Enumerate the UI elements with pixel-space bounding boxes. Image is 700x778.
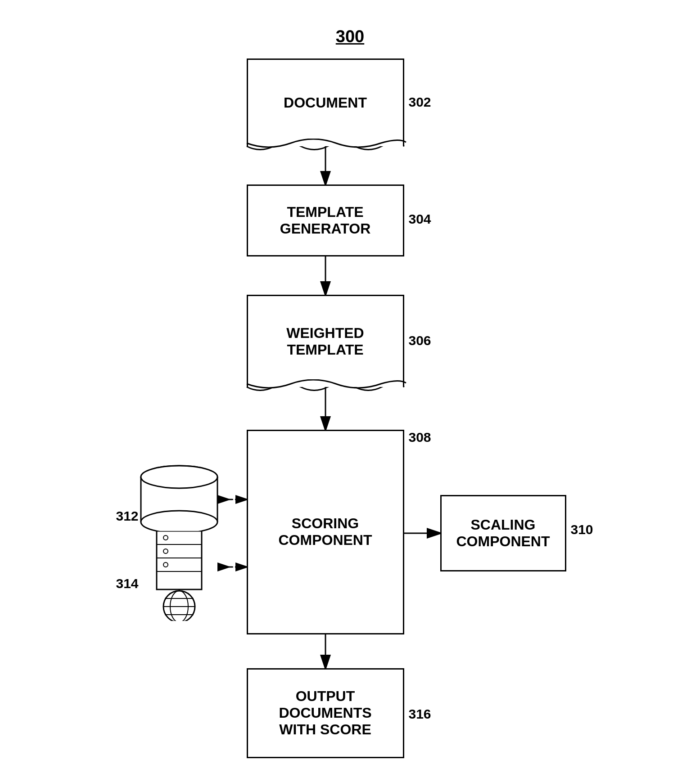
database-ref: 312 <box>116 508 139 524</box>
document-ref: 302 <box>409 94 431 110</box>
output-documents-box: OUTPUTDOCUMENTSWITH SCORE <box>247 668 404 758</box>
svg-rect-17 <box>157 531 202 589</box>
weighted-template-box: WEIGHTEDTEMPLATE <box>247 295 404 387</box>
weighted-template-label: WEIGHTEDTEMPLATE <box>286 325 364 358</box>
svg-point-15 <box>141 511 217 533</box>
scaling-component-box: SCALINGCOMPONENT <box>440 495 566 571</box>
database-icon <box>139 463 220 535</box>
document-box: DOCUMENT <box>247 58 404 146</box>
template-generator-ref: 304 <box>409 211 431 227</box>
scaling-component-ref: 310 <box>571 522 593 537</box>
document-label: DOCUMENT <box>284 94 367 111</box>
diagram-title: 300 <box>336 27 364 46</box>
svg-point-16 <box>141 466 217 488</box>
server-ref: 314 <box>116 576 139 591</box>
scoring-component-label: SCORINGCOMPONENT <box>279 515 372 549</box>
diagram: 300 DOCUMENT <box>80 18 620 760</box>
output-documents-ref: 316 <box>409 706 431 722</box>
scoring-component-box: SCORINGCOMPONENT <box>247 430 404 634</box>
output-documents-label: OUTPUTDOCUMENTSWITH SCORE <box>279 688 371 738</box>
svg-point-24 <box>163 591 195 621</box>
scaling-component-label: SCALINGCOMPONENT <box>456 517 550 550</box>
weighted-template-ref: 306 <box>409 333 431 348</box>
server-icon <box>134 531 224 621</box>
template-generator-label: TEMPLATEGENERATOR <box>280 204 371 237</box>
template-generator-box: TEMPLATEGENERATOR <box>247 184 404 256</box>
scoring-component-ref: 308 <box>409 430 431 445</box>
